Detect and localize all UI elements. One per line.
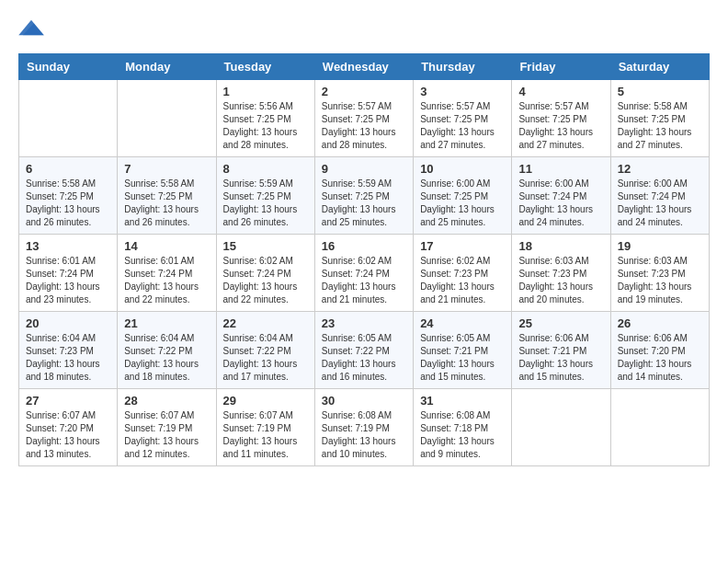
calendar-header: SundayMondayTuesdayWednesdayThursdayFrid… [19, 54, 710, 80]
calendar-cell: 17Sunrise: 6:02 AM Sunset: 7:23 PM Dayli… [414, 235, 512, 312]
calendar-week-4: 20Sunrise: 6:04 AM Sunset: 7:23 PM Dayli… [19, 312, 710, 389]
day-number: 3 [420, 85, 505, 98]
day-number: 26 [618, 316, 702, 330]
day-info: Sunrise: 6:03 AM Sunset: 7:23 PM Dayligh… [518, 255, 603, 306]
weekday-header-tuesday: Tuesday [216, 54, 314, 80]
calendar-cell: 23Sunrise: 6:05 AM Sunset: 7:22 PM Dayli… [314, 312, 413, 389]
calendar-cell: 15Sunrise: 6:02 AM Sunset: 7:24 PM Dayli… [216, 235, 314, 312]
day-info: Sunrise: 6:04 AM Sunset: 7:23 PM Dayligh… [26, 332, 110, 384]
calendar-cell: 10Sunrise: 6:00 AM Sunset: 7:25 PM Dayli… [414, 157, 512, 235]
day-info: Sunrise: 5:59 AM Sunset: 7:25 PM Dayligh… [223, 178, 308, 229]
calendar-cell: 4Sunrise: 5:57 AM Sunset: 7:25 PM Daylig… [512, 80, 610, 157]
calendar-cell: 13Sunrise: 6:01 AM Sunset: 7:24 PM Dayli… [19, 235, 118, 312]
day-number: 10 [420, 162, 505, 176]
day-info: Sunrise: 5:57 AM Sunset: 7:25 PM Dayligh… [420, 100, 505, 152]
calendar-cell: 26Sunrise: 6:06 AM Sunset: 7:20 PM Dayli… [610, 312, 709, 389]
day-number: 27 [26, 394, 110, 408]
calendar-cell: 14Sunrise: 6:01 AM Sunset: 7:24 PM Dayli… [118, 235, 216, 312]
day-info: Sunrise: 5:56 AM Sunset: 7:25 PM Dayligh… [223, 100, 308, 152]
calendar-cell: 6Sunrise: 5:58 AM Sunset: 7:25 PM Daylig… [19, 157, 118, 235]
day-info: Sunrise: 5:58 AM Sunset: 7:25 PM Dayligh… [618, 100, 702, 152]
calendar-cell [610, 389, 709, 466]
calendar-cell: 29Sunrise: 6:07 AM Sunset: 7:19 PM Dayli… [216, 389, 314, 466]
calendar-week-3: 13Sunrise: 6:01 AM Sunset: 7:24 PM Dayli… [19, 235, 710, 312]
weekday-header-friday: Friday [512, 54, 610, 80]
day-number: 21 [124, 316, 209, 330]
calendar-cell: 28Sunrise: 6:07 AM Sunset: 7:19 PM Dayli… [118, 389, 216, 466]
page-header [18, 18, 710, 39]
calendar-cell: 9Sunrise: 5:59 AM Sunset: 7:25 PM Daylig… [314, 157, 413, 235]
day-info: Sunrise: 6:05 AM Sunset: 7:21 PM Dayligh… [420, 332, 505, 384]
day-number: 28 [124, 394, 209, 408]
calendar-cell: 22Sunrise: 6:04 AM Sunset: 7:22 PM Dayli… [216, 312, 314, 389]
calendar-cell: 31Sunrise: 6:08 AM Sunset: 7:18 PM Dayli… [414, 389, 512, 466]
day-info: Sunrise: 6:02 AM Sunset: 7:23 PM Dayligh… [420, 255, 505, 306]
calendar-cell [118, 80, 216, 157]
calendar-cell [19, 80, 118, 157]
day-info: Sunrise: 6:03 AM Sunset: 7:23 PM Dayligh… [618, 255, 702, 306]
day-number: 22 [223, 316, 308, 330]
day-info: Sunrise: 6:05 AM Sunset: 7:22 PM Dayligh… [322, 332, 406, 384]
day-number: 7 [124, 162, 209, 176]
weekday-header-saturday: Saturday [610, 54, 709, 80]
day-number: 9 [322, 162, 406, 176]
day-info: Sunrise: 6:08 AM Sunset: 7:18 PM Dayligh… [420, 409, 505, 461]
day-number: 18 [518, 239, 603, 253]
day-number: 4 [518, 85, 603, 98]
day-info: Sunrise: 6:01 AM Sunset: 7:24 PM Dayligh… [124, 255, 209, 306]
day-info: Sunrise: 5:58 AM Sunset: 7:25 PM Dayligh… [26, 178, 110, 229]
day-info: Sunrise: 5:57 AM Sunset: 7:25 PM Dayligh… [322, 100, 406, 152]
day-number: 19 [618, 239, 702, 253]
calendar-cell: 27Sunrise: 6:07 AM Sunset: 7:20 PM Dayli… [19, 389, 118, 466]
day-number: 13 [26, 239, 110, 253]
calendar-cell: 2Sunrise: 5:57 AM Sunset: 7:25 PM Daylig… [314, 80, 413, 157]
day-number: 5 [618, 85, 702, 98]
calendar-week-2: 6Sunrise: 5:58 AM Sunset: 7:25 PM Daylig… [19, 157, 710, 235]
weekday-header-sunday: Sunday [19, 54, 118, 80]
day-info: Sunrise: 6:00 AM Sunset: 7:25 PM Dayligh… [420, 178, 505, 229]
day-info: Sunrise: 6:07 AM Sunset: 7:19 PM Dayligh… [124, 409, 209, 461]
calendar-week-1: 1Sunrise: 5:56 AM Sunset: 7:25 PM Daylig… [19, 80, 710, 157]
calendar-cell: 3Sunrise: 5:57 AM Sunset: 7:25 PM Daylig… [414, 80, 512, 157]
calendar-cell: 24Sunrise: 6:05 AM Sunset: 7:21 PM Dayli… [414, 312, 512, 389]
calendar-week-5: 27Sunrise: 6:07 AM Sunset: 7:20 PM Dayli… [19, 389, 710, 466]
calendar-cell: 18Sunrise: 6:03 AM Sunset: 7:23 PM Dayli… [512, 235, 610, 312]
day-info: Sunrise: 6:01 AM Sunset: 7:24 PM Dayligh… [26, 255, 110, 306]
day-info: Sunrise: 6:02 AM Sunset: 7:24 PM Dayligh… [322, 255, 406, 306]
calendar-cell: 21Sunrise: 6:04 AM Sunset: 7:22 PM Dayli… [118, 312, 216, 389]
logo [18, 18, 50, 39]
day-number: 11 [518, 162, 603, 176]
day-info: Sunrise: 6:06 AM Sunset: 7:21 PM Dayligh… [518, 332, 603, 384]
calendar-cell: 25Sunrise: 6:06 AM Sunset: 7:21 PM Dayli… [512, 312, 610, 389]
day-info: Sunrise: 6:06 AM Sunset: 7:20 PM Dayligh… [618, 332, 702, 384]
day-info: Sunrise: 5:59 AM Sunset: 7:25 PM Dayligh… [322, 178, 406, 229]
calendar-cell: 7Sunrise: 5:58 AM Sunset: 7:25 PM Daylig… [118, 157, 216, 235]
day-number: 15 [223, 239, 308, 253]
calendar-cell: 8Sunrise: 5:59 AM Sunset: 7:25 PM Daylig… [216, 157, 314, 235]
day-number: 29 [223, 394, 308, 408]
calendar-cell: 1Sunrise: 5:56 AM Sunset: 7:25 PM Daylig… [216, 80, 314, 157]
day-number: 16 [322, 239, 406, 253]
weekday-header-wednesday: Wednesday [314, 54, 413, 80]
calendar-cell [512, 389, 610, 466]
calendar-cell: 20Sunrise: 6:04 AM Sunset: 7:23 PM Dayli… [19, 312, 118, 389]
day-number: 14 [124, 239, 209, 253]
weekday-header-thursday: Thursday [414, 54, 512, 80]
day-number: 17 [420, 239, 505, 253]
calendar-cell: 11Sunrise: 6:00 AM Sunset: 7:24 PM Dayli… [512, 157, 610, 235]
day-info: Sunrise: 6:00 AM Sunset: 7:24 PM Dayligh… [518, 178, 603, 229]
day-number: 20 [26, 316, 110, 330]
calendar-table: SundayMondayTuesdayWednesdayThursdayFrid… [18, 53, 710, 466]
day-info: Sunrise: 6:00 AM Sunset: 7:24 PM Dayligh… [618, 178, 702, 229]
day-info: Sunrise: 6:07 AM Sunset: 7:19 PM Dayligh… [223, 409, 308, 461]
day-info: Sunrise: 6:07 AM Sunset: 7:20 PM Dayligh… [26, 409, 110, 461]
weekday-header-monday: Monday [118, 54, 216, 80]
day-number: 12 [618, 162, 702, 176]
day-info: Sunrise: 5:58 AM Sunset: 7:25 PM Dayligh… [124, 178, 209, 229]
day-info: Sunrise: 6:08 AM Sunset: 7:19 PM Dayligh… [322, 409, 406, 461]
day-info: Sunrise: 6:04 AM Sunset: 7:22 PM Dayligh… [223, 332, 308, 384]
day-number: 8 [223, 162, 308, 176]
day-number: 6 [26, 162, 110, 176]
day-number: 24 [420, 316, 505, 330]
day-info: Sunrise: 6:04 AM Sunset: 7:22 PM Dayligh… [124, 332, 209, 384]
